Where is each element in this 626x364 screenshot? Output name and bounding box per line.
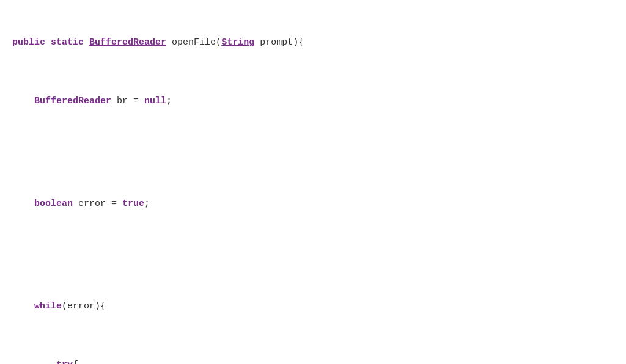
line-boolean-error: boolean error = true; xyxy=(12,197,614,211)
line-blank2 xyxy=(12,255,614,270)
code-editor: public static BufferedReader openFile(St… xyxy=(12,6,614,364)
line-blank1 xyxy=(12,153,614,167)
line-try: try{ xyxy=(12,358,614,364)
line-method-signature: public static BufferedReader openFile(St… xyxy=(12,35,614,50)
line-br-null: BufferedReader br = null; xyxy=(12,94,614,109)
line-while: while(error){ xyxy=(12,299,614,314)
